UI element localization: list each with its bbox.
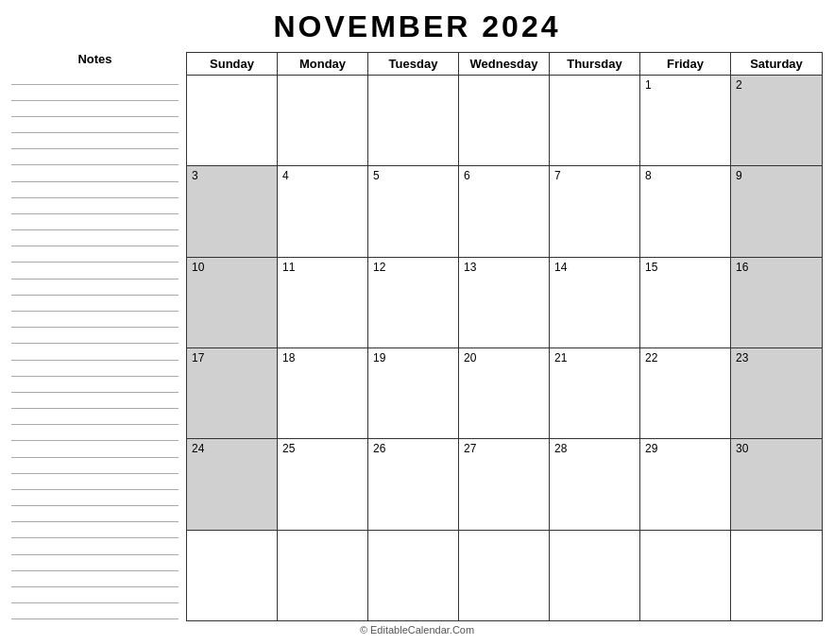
calendar-empty-cell	[278, 531, 368, 620]
note-line[interactable]	[11, 525, 179, 538]
calendar-day-7[interactable]: 7	[550, 166, 640, 256]
note-line[interactable]	[11, 493, 179, 506]
note-line[interactable]	[11, 542, 179, 555]
note-line[interactable]	[11, 266, 179, 280]
date-number: 11	[282, 261, 295, 274]
calendar-day-26[interactable]: 26	[368, 439, 459, 529]
note-line[interactable]	[11, 412, 179, 425]
note-line[interactable]	[11, 249, 179, 263]
calendar-day-22[interactable]: 22	[640, 348, 731, 438]
calendar-day-8[interactable]: 8	[640, 166, 731, 256]
calendar-day-3[interactable]: 3	[187, 166, 278, 256]
date-number: 6	[464, 169, 470, 182]
calendar-day-27[interactable]: 27	[459, 439, 550, 529]
note-line[interactable]	[11, 477, 179, 490]
footer-text: © EditableCalendar.Com	[360, 624, 474, 636]
calendar-day-14[interactable]: 14	[550, 258, 640, 347]
calendar-day-13[interactable]: 13	[459, 258, 550, 347]
calendar-day-16[interactable]: 16	[731, 258, 822, 347]
calendar-day-1[interactable]: 1	[640, 76, 731, 165]
note-line[interactable]	[11, 72, 179, 85]
day-headers-row: SundayMondayTuesdayWednesdayThursdayFrid…	[187, 53, 822, 76]
date-number: 29	[645, 442, 657, 455]
calendar-week-5: 24252627282930	[187, 439, 822, 530]
date-number: 23	[736, 351, 748, 364]
calendar-day-19[interactable]: 19	[368, 348, 459, 438]
calendar-empty-cell	[368, 531, 459, 620]
note-line[interactable]	[11, 169, 179, 182]
calendar-day-23[interactable]: 23	[731, 348, 822, 438]
calendar-day-15[interactable]: 15	[640, 258, 731, 347]
calendar-empty-cell	[550, 76, 640, 165]
date-number: 20	[464, 351, 476, 364]
note-line[interactable]	[11, 364, 179, 377]
calendar-day-30[interactable]: 30	[731, 439, 822, 529]
calendar-day-5[interactable]: 5	[368, 166, 459, 256]
date-number: 3	[192, 169, 198, 182]
day-header-sunday: Sunday	[187, 53, 278, 75]
note-line[interactable]	[11, 396, 179, 409]
note-line[interactable]	[11, 380, 179, 393]
note-line[interactable]	[11, 590, 179, 603]
note-line[interactable]	[11, 298, 179, 312]
notes-label: Notes	[11, 52, 179, 66]
calendar-week-2: 3456789	[187, 166, 822, 257]
note-line[interactable]	[11, 314, 179, 328]
note-line[interactable]	[11, 136, 179, 149]
date-number: 22	[645, 351, 657, 364]
note-line[interactable]	[11, 185, 179, 198]
calendar-day-2[interactable]: 2	[731, 76, 822, 165]
date-number: 8	[645, 169, 652, 182]
calendar-day-21[interactable]: 21	[550, 348, 640, 438]
date-number: 30	[736, 442, 748, 455]
date-number: 4	[282, 169, 289, 182]
date-number: 14	[554, 261, 567, 274]
calendar-day-11[interactable]: 11	[278, 258, 368, 347]
note-line[interactable]	[11, 606, 179, 619]
calendar-day-6[interactable]: 6	[459, 166, 550, 256]
calendar-day-24[interactable]: 24	[187, 439, 278, 529]
calendar-day-17[interactable]: 17	[187, 348, 278, 438]
note-line[interactable]	[11, 347, 179, 361]
note-line[interactable]	[11, 445, 179, 458]
note-line[interactable]	[11, 88, 179, 101]
notes-lines[interactable]	[11, 70, 179, 621]
date-number: 24	[192, 442, 204, 455]
note-line[interactable]	[11, 152, 179, 165]
calendar-empty-cell	[187, 76, 278, 165]
calendar-day-9[interactable]: 9	[731, 166, 822, 256]
calendar-day-28[interactable]: 28	[550, 439, 640, 529]
day-header-saturday: Saturday	[731, 53, 822, 75]
calendar-empty-cell	[640, 531, 731, 620]
calendar-day-20[interactable]: 20	[459, 348, 550, 438]
note-line[interactable]	[11, 509, 179, 522]
calendar-day-18[interactable]: 18	[278, 348, 368, 438]
calendar-day-4[interactable]: 4	[278, 166, 368, 256]
calendar-day-29[interactable]: 29	[640, 439, 731, 529]
calendar-day-12[interactable]: 12	[368, 258, 459, 347]
date-number: 26	[373, 442, 385, 455]
note-line[interactable]	[11, 461, 179, 474]
date-number: 16	[736, 261, 748, 274]
note-line[interactable]	[11, 558, 179, 571]
note-line[interactable]	[11, 428, 179, 441]
calendar-day-10[interactable]: 10	[187, 258, 278, 347]
note-line[interactable]	[11, 282, 179, 296]
calendar-empty-cell	[731, 531, 822, 620]
date-number: 27	[464, 442, 476, 455]
date-number: 18	[282, 351, 295, 364]
calendar-week-3: 10111213141516	[187, 258, 822, 348]
note-line[interactable]	[11, 104, 179, 117]
calendar-empty-cell	[187, 531, 278, 620]
note-line[interactable]	[11, 330, 179, 344]
note-line[interactable]	[11, 120, 179, 133]
day-header-friday: Friday	[640, 53, 731, 75]
date-number: 10	[192, 261, 204, 274]
note-line[interactable]	[11, 217, 179, 230]
note-line[interactable]	[11, 233, 179, 246]
main-content: Notes SundayMondayTuesdayWednesdayThursd…	[11, 52, 823, 621]
calendar-day-25[interactable]: 25	[278, 439, 368, 529]
month-year-title: NOVEMBER 2024	[11, 9, 823, 44]
note-line[interactable]	[11, 201, 179, 214]
note-line[interactable]	[11, 574, 179, 587]
